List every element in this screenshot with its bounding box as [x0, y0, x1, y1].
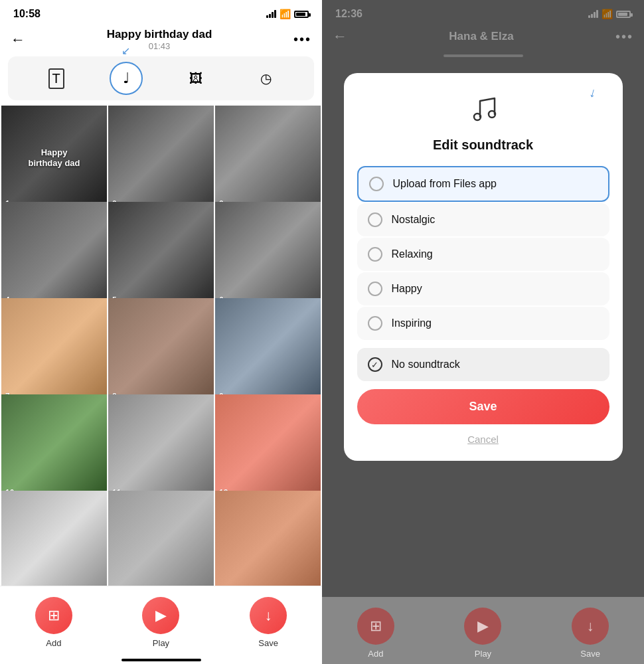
toolbar-history-button[interactable]: ◷ — [249, 62, 282, 95]
back-button[interactable]: ← — [11, 31, 25, 48]
option-inspiring-label: Inspiring — [392, 317, 432, 329]
right-save-label: Save — [580, 649, 600, 659]
modal-overlay: ↓ Edit soundtrack Upload from Files app … — [322, 0, 644, 664]
photo-cell-14[interactable] — [108, 491, 214, 586]
option-upload-files[interactable]: Upload from Files app — [357, 166, 609, 202]
photo-cell-7[interactable]: 7 — [1, 298, 107, 404]
option-relaxing[interactable]: Relaxing — [357, 238, 609, 271]
photo-cell-11[interactable]: 11 — [108, 394, 214, 500]
play-button-label: Play — [153, 638, 169, 648]
radio-relaxing — [368, 247, 382, 262]
text-icon: T — [48, 68, 64, 89]
option-nostalgic-label: Nostalgic — [392, 214, 436, 226]
toolbar-music-button[interactable]: ↙ ♩ — [110, 62, 143, 95]
more-button[interactable]: ••• — [293, 32, 311, 47]
photo-cell-15[interactable] — [215, 491, 321, 586]
signal-icon — [266, 10, 276, 18]
play-button[interactable]: ▶ Play — [142, 597, 179, 648]
modal-save-button[interactable]: Save — [357, 389, 609, 424]
modal-header-area: ↓ — [357, 92, 609, 132]
left-toolbar: T ↙ ♩ 🖼 ◷ — [8, 56, 314, 100]
battery-icon — [294, 11, 309, 18]
photo-grid: Happybirthday dad 1 2 3 4 5 6 7 8 9 10 — [0, 106, 322, 586]
photo-cell-1[interactable]: Happybirthday dad 1 — [1, 106, 107, 211]
left-bottom-toolbar: ⊞ Add ▶ Play ↓ Save — [0, 586, 322, 653]
radio-no-soundtrack-checked: ✓ — [368, 357, 382, 372]
photo-cell-12[interactable]: 12 — [215, 394, 321, 500]
music-icon: ♩ — [123, 70, 129, 87]
play-icon: ▶ — [155, 607, 167, 624]
modal-title: Edit soundtrack — [357, 137, 609, 153]
add-button[interactable]: ⊞ Add — [35, 597, 72, 648]
option-happy[interactable]: Happy — [357, 272, 609, 305]
photo-cell-5[interactable]: 5 — [108, 202, 214, 307]
photo-cell-6[interactable]: 6 — [215, 202, 321, 307]
history-icon: ◷ — [260, 70, 272, 86]
save-icon: ↓ — [265, 607, 272, 624]
option-no-soundtrack[interactable]: ✓ No soundtrack — [357, 348, 609, 381]
save-button[interactable]: ↓ Save — [250, 597, 287, 648]
play-button-icon: ▶ — [142, 597, 179, 634]
toolbar-text-button[interactable]: T — [40, 62, 73, 95]
right-save-button: ↓ Save — [572, 608, 609, 659]
left-header: ← Happy birthday dad 01:43 ••• — [0, 25, 322, 56]
add-button-icon: ⊞ — [35, 597, 72, 634]
left-title: Happy birthday dad — [107, 28, 212, 41]
option-upload-label: Upload from Files app — [393, 178, 497, 190]
photo-cell-10[interactable]: 10 — [1, 394, 107, 500]
soundtrack-options: Upload from Files app Nostalgic Relaxing… — [357, 166, 609, 381]
right-add-button: ⊞ Add — [357, 608, 394, 659]
left-status-bar: 10:58 📶 — [0, 0, 322, 25]
wifi-icon: 📶 — [280, 9, 291, 19]
left-status-time: 10:58 — [13, 8, 40, 20]
photo-overlay-text: Happybirthday dad — [28, 147, 80, 170]
arrow-annotation: ↙ — [121, 44, 130, 57]
modal-cancel-button[interactable]: Cancel — [357, 434, 609, 445]
option-inspiring[interactable]: Inspiring — [357, 307, 609, 340]
save-button-label: Save — [258, 638, 278, 648]
option-happy-label: Happy — [392, 283, 422, 295]
right-bottom-toolbar: ⊞ Add ▶ Play ↓ Save — [322, 597, 644, 664]
photo-cell-9[interactable]: 9 — [215, 298, 321, 404]
radio-inspiring — [368, 316, 382, 331]
right-add-label: Add — [368, 649, 383, 659]
left-phone-screen: 10:58 📶 ← Happy birthday dad 01:43 ••• T — [0, 0, 322, 664]
right-save-icon: ↓ — [572, 608, 609, 645]
left-status-icons: 📶 — [266, 9, 309, 19]
right-play-label: Play — [475, 649, 491, 659]
toolbar-photo-button[interactable]: 🖼 — [179, 62, 212, 95]
add-button-label: Add — [46, 638, 61, 648]
radio-upload — [369, 177, 384, 191]
photo-icon: 🖼 — [189, 71, 202, 86]
photo-cell-2[interactable]: 2 — [108, 106, 214, 211]
photo-cell-4[interactable]: 4 — [1, 202, 107, 307]
right-add-icon: ⊞ — [357, 608, 394, 645]
right-play-button: ▶ Play — [464, 608, 501, 659]
option-relaxing-label: Relaxing — [392, 248, 433, 260]
home-indicator — [121, 659, 201, 661]
photo-cell-3[interactable]: 3 — [215, 106, 321, 211]
modal-music-icon — [357, 92, 609, 132]
option-no-soundtrack-label: No soundtrack — [392, 359, 460, 371]
edit-soundtrack-modal: ↓ Edit soundtrack Upload from Files app … — [344, 73, 623, 461]
radio-nostalgic — [368, 212, 382, 227]
option-nostalgic[interactable]: Nostalgic — [357, 203, 609, 236]
right-phone-screen: 12:36 📶 ← Hana & Elza ••• — [322, 0, 644, 664]
radio-happy — [368, 282, 382, 296]
photo-cell-13[interactable] — [1, 491, 107, 586]
save-button-icon: ↓ — [250, 597, 287, 634]
add-icon: ⊞ — [48, 607, 60, 624]
photo-cell-8[interactable]: 8 — [108, 298, 214, 404]
right-play-icon: ▶ — [464, 608, 501, 645]
